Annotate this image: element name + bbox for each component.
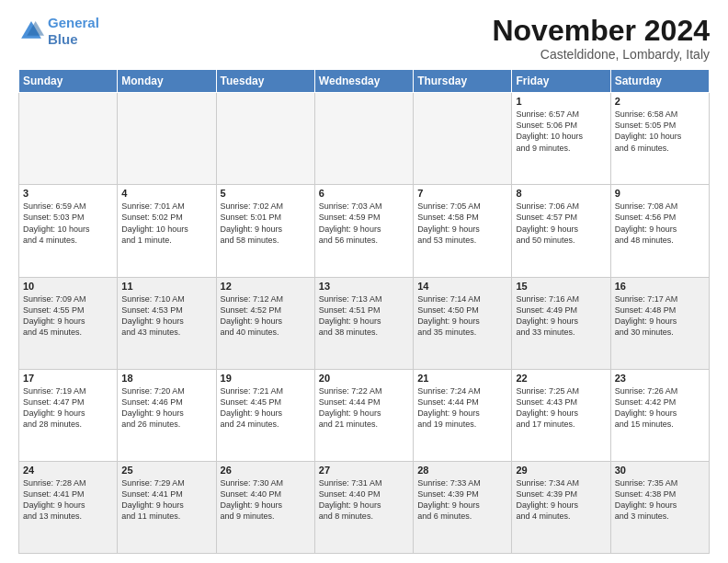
day-number: 14: [417, 281, 507, 292]
day-number: 17: [23, 373, 113, 384]
calendar-cell: 25Sunrise: 7:29 AMSunset: 4:41 PMDayligh…: [118, 461, 216, 553]
day-info: Sunrise: 7:25 AMSunset: 4:43 PMDaylight:…: [516, 385, 606, 431]
day-info: Sunrise: 7:22 AMSunset: 4:44 PMDaylight:…: [319, 385, 409, 431]
day-number: 7: [417, 188, 507, 199]
calendar-cell: 18Sunrise: 7:20 AMSunset: 4:46 PMDayligh…: [118, 369, 216, 461]
day-number: 15: [516, 281, 606, 292]
day-number: 21: [417, 373, 507, 384]
day-number: 16: [615, 281, 705, 292]
day-info: Sunrise: 7:26 AMSunset: 4:42 PMDaylight:…: [615, 385, 705, 431]
weekday-header-row: SundayMondayTuesdayWednesdayThursdayFrid…: [19, 70, 710, 93]
day-number: 13: [319, 281, 409, 292]
calendar-cell: 20Sunrise: 7:22 AMSunset: 4:44 PMDayligh…: [314, 369, 413, 461]
calendar-cell: 26Sunrise: 7:30 AMSunset: 4:40 PMDayligh…: [216, 461, 314, 553]
calendar-cell: 28Sunrise: 7:33 AMSunset: 4:39 PMDayligh…: [414, 461, 512, 553]
day-number: 3: [23, 188, 113, 199]
day-number: 12: [221, 281, 311, 292]
day-info: Sunrise: 6:58 AMSunset: 5:05 PMDaylight:…: [615, 109, 705, 154]
day-info: Sunrise: 7:02 AMSunset: 5:01 PMDaylight:…: [221, 201, 311, 246]
logo-text: General Blue: [48, 15, 99, 48]
weekday-header-friday: Friday: [512, 70, 610, 93]
calendar-cell: [216, 93, 314, 185]
calendar-cell: [118, 93, 216, 185]
week-row-1: 3Sunrise: 6:59 AMSunset: 5:03 PMDaylight…: [19, 185, 710, 277]
day-info: Sunrise: 7:20 AMSunset: 4:46 PMDaylight:…: [121, 385, 211, 431]
week-row-3: 17Sunrise: 7:19 AMSunset: 4:47 PMDayligh…: [19, 369, 710, 461]
weekday-header-thursday: Thursday: [414, 70, 512, 93]
day-info: Sunrise: 7:01 AMSunset: 5:02 PMDaylight:…: [121, 201, 211, 246]
calendar-cell: 4Sunrise: 7:01 AMSunset: 5:02 PMDaylight…: [118, 185, 216, 277]
day-number: 4: [121, 188, 211, 199]
day-info: Sunrise: 7:09 AMSunset: 4:55 PMDaylight:…: [23, 293, 113, 339]
day-number: 1: [516, 96, 606, 107]
day-number: 18: [121, 373, 211, 384]
day-info: Sunrise: 7:12 AMSunset: 4:52 PMDaylight:…: [221, 293, 311, 339]
logo-icon: [18, 18, 44, 44]
day-number: 8: [516, 188, 606, 199]
day-info: Sunrise: 6:57 AMSunset: 5:06 PMDaylight:…: [516, 109, 606, 154]
day-info: Sunrise: 7:24 AMSunset: 4:44 PMDaylight:…: [417, 385, 507, 431]
calendar-cell: [414, 93, 512, 185]
calendar-cell: 7Sunrise: 7:05 AMSunset: 4:58 PMDaylight…: [414, 185, 512, 277]
calendar-cell: 12Sunrise: 7:12 AMSunset: 4:52 PMDayligh…: [216, 277, 314, 369]
day-info: Sunrise: 7:06 AMSunset: 4:57 PMDaylight:…: [516, 201, 606, 246]
calendar-cell: 29Sunrise: 7:34 AMSunset: 4:39 PMDayligh…: [512, 461, 610, 553]
day-number: 9: [615, 188, 705, 199]
weekday-header-saturday: Saturday: [610, 70, 709, 93]
day-number: 6: [319, 188, 409, 199]
day-number: 25: [121, 465, 211, 476]
day-info: Sunrise: 7:19 AMSunset: 4:47 PMDaylight:…: [23, 385, 113, 431]
calendar-cell: 3Sunrise: 6:59 AMSunset: 5:03 PMDaylight…: [19, 185, 118, 277]
calendar-cell: [19, 93, 118, 185]
week-row-0: 1Sunrise: 6:57 AMSunset: 5:06 PMDaylight…: [19, 93, 710, 185]
calendar-cell: 11Sunrise: 7:10 AMSunset: 4:53 PMDayligh…: [118, 277, 216, 369]
day-info: Sunrise: 7:16 AMSunset: 4:49 PMDaylight:…: [516, 293, 606, 339]
day-number: 28: [417, 465, 507, 476]
calendar-cell: 27Sunrise: 7:31 AMSunset: 4:40 PMDayligh…: [314, 461, 413, 553]
calendar: SundayMondayTuesdayWednesdayThursdayFrid…: [18, 69, 710, 554]
day-number: 10: [23, 281, 113, 292]
header: General Blue November 2024 Casteldidone,…: [18, 15, 710, 62]
day-info: Sunrise: 7:33 AMSunset: 4:39 PMDaylight:…: [417, 477, 507, 523]
weekday-header-wednesday: Wednesday: [314, 70, 413, 93]
day-info: Sunrise: 7:17 AMSunset: 4:48 PMDaylight:…: [615, 293, 705, 339]
calendar-cell: 24Sunrise: 7:28 AMSunset: 4:41 PMDayligh…: [19, 461, 118, 553]
day-info: Sunrise: 7:08 AMSunset: 4:56 PMDaylight:…: [615, 201, 705, 246]
calendar-cell: 9Sunrise: 7:08 AMSunset: 4:56 PMDaylight…: [610, 185, 709, 277]
calendar-cell: 21Sunrise: 7:24 AMSunset: 4:44 PMDayligh…: [414, 369, 512, 461]
title-block: November 2024 Casteldidone, Lombardy, It…: [492, 15, 710, 62]
calendar-cell: [314, 93, 413, 185]
day-number: 26: [221, 465, 311, 476]
logo: General Blue: [18, 15, 99, 48]
day-info: Sunrise: 7:03 AMSunset: 4:59 PMDaylight:…: [319, 201, 409, 246]
calendar-cell: 8Sunrise: 7:06 AMSunset: 4:57 PMDaylight…: [512, 185, 610, 277]
day-number: 27: [319, 465, 409, 476]
day-info: Sunrise: 7:29 AMSunset: 4:41 PMDaylight:…: [121, 477, 211, 523]
calendar-cell: 2Sunrise: 6:58 AMSunset: 5:05 PMDaylight…: [610, 93, 709, 185]
month-title: November 2024: [492, 15, 710, 47]
calendar-cell: 17Sunrise: 7:19 AMSunset: 4:47 PMDayligh…: [19, 369, 118, 461]
day-info: Sunrise: 7:14 AMSunset: 4:50 PMDaylight:…: [417, 293, 507, 339]
week-row-2: 10Sunrise: 7:09 AMSunset: 4:55 PMDayligh…: [19, 277, 710, 369]
day-number: 22: [516, 373, 606, 384]
day-number: 19: [221, 373, 311, 384]
day-number: 29: [516, 465, 606, 476]
calendar-cell: 30Sunrise: 7:35 AMSunset: 4:38 PMDayligh…: [610, 461, 709, 553]
calendar-cell: 14Sunrise: 7:14 AMSunset: 4:50 PMDayligh…: [414, 277, 512, 369]
day-info: Sunrise: 7:10 AMSunset: 4:53 PMDaylight:…: [121, 293, 211, 339]
day-number: 11: [121, 281, 211, 292]
calendar-cell: 10Sunrise: 7:09 AMSunset: 4:55 PMDayligh…: [19, 277, 118, 369]
calendar-cell: 13Sunrise: 7:13 AMSunset: 4:51 PMDayligh…: [314, 277, 413, 369]
day-number: 24: [23, 465, 113, 476]
day-number: 23: [615, 373, 705, 384]
calendar-cell: 22Sunrise: 7:25 AMSunset: 4:43 PMDayligh…: [512, 369, 610, 461]
calendar-cell: 19Sunrise: 7:21 AMSunset: 4:45 PMDayligh…: [216, 369, 314, 461]
weekday-header-tuesday: Tuesday: [216, 70, 314, 93]
weekday-header-sunday: Sunday: [19, 70, 118, 93]
weekday-header-monday: Monday: [118, 70, 216, 93]
day-info: Sunrise: 7:34 AMSunset: 4:39 PMDaylight:…: [516, 477, 606, 523]
day-info: Sunrise: 7:05 AMSunset: 4:58 PMDaylight:…: [417, 201, 507, 246]
calendar-cell: 5Sunrise: 7:02 AMSunset: 5:01 PMDaylight…: [216, 185, 314, 277]
day-info: Sunrise: 7:31 AMSunset: 4:40 PMDaylight:…: [319, 477, 409, 523]
page: General Blue November 2024 Casteldidone,…: [0, 0, 728, 563]
